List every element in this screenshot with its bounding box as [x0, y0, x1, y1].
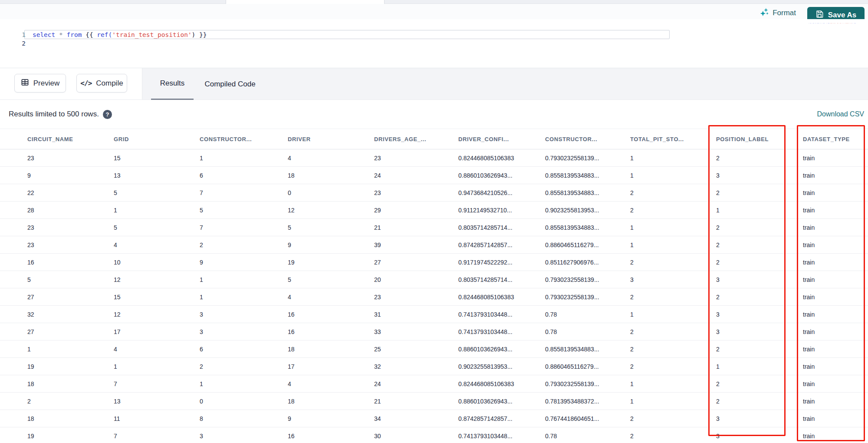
- table-cell: train: [803, 433, 868, 440]
- download-csv-link[interactable]: Download CSV: [817, 100, 865, 129]
- table-cell: 1: [200, 294, 288, 301]
- active-file-tab[interactable]: [226, 0, 385, 4]
- table-cell: 27: [27, 294, 114, 301]
- table-cell: 3: [200, 433, 288, 440]
- table-cell: 5: [288, 224, 374, 231]
- column-header-driver[interactable]: DRIVER: [288, 136, 374, 142]
- results-panel-bar: Preview </> Compile Results Compiled Cod…: [0, 68, 868, 100]
- preview-button[interactable]: Preview: [14, 74, 66, 93]
- table-cell: 0.8035714285714...: [458, 224, 545, 231]
- table-cell: 1: [630, 172, 716, 179]
- table-cell: 9: [288, 415, 374, 422]
- column-header-driver-confi[interactable]: DRIVER_CONFI...: [458, 136, 545, 142]
- table-cell: 2: [716, 380, 803, 387]
- minimap-string-segment: 'train_test_position': [830, 23, 852, 23]
- table-cell: 0: [200, 398, 288, 405]
- table-cell: train: [803, 259, 868, 266]
- results-table: CIRCUIT_NAME GRID CONSTRUCTOR... DRIVER …: [0, 129, 868, 443]
- table-cell: train: [803, 224, 868, 231]
- table-cell: 0.9112149532710...: [458, 207, 545, 214]
- table-cell: 2: [716, 224, 803, 231]
- table-cell: 0.8860103626943...: [458, 398, 545, 405]
- table-cell: 9: [27, 172, 114, 179]
- column-header-drivers-age[interactable]: DRIVERS_AGE_...: [374, 136, 458, 142]
- table-cell: 0.78: [545, 311, 630, 318]
- table-cell: 0.7930232558139...: [545, 294, 630, 301]
- table-row: 22570230.9473684210526...0.8558139534883…: [0, 184, 868, 202]
- table-cell: 32: [374, 363, 458, 370]
- tab-compiled-code[interactable]: Compiled Code: [199, 68, 261, 100]
- table-cell: 0.9473684210526...: [458, 189, 545, 196]
- tab-results[interactable]: Results: [151, 68, 194, 100]
- table-cell: 6: [200, 346, 288, 353]
- help-icon[interactable]: ?: [103, 110, 112, 119]
- table-cell: 19: [288, 259, 374, 266]
- code-line-2[interactable]: 2: [0, 30, 868, 39]
- column-header-dataset-type[interactable]: DATASET_TYPE: [803, 136, 868, 142]
- table-cell: 5: [200, 207, 288, 214]
- table-cell: 0.7413793103448...: [458, 433, 545, 440]
- minimap-code-segment-2: ) }}: [852, 23, 856, 23]
- table-cell: 1: [27, 346, 114, 353]
- column-header-position-label[interactable]: POSITION_LABEL: [716, 136, 803, 142]
- table-cell: 39: [374, 241, 458, 248]
- table-cell: train: [803, 346, 868, 353]
- column-header-circuit-name[interactable]: CIRCUIT_NAME: [27, 136, 114, 142]
- results-status-row: Results limited to 500 rows. ? Download …: [0, 100, 868, 129]
- code-line-1[interactable]: 1select * from {{ ref('train_test_positi…: [0, 22, 868, 30]
- editor-minimap[interactable]: select * from {{ ref('train_test_positio…: [804, 20, 864, 23]
- table-cell: 18: [288, 172, 374, 179]
- table-cell: 1: [630, 241, 716, 248]
- table-row: 271514230.8244680851063830.7930232558139…: [0, 288, 868, 306]
- table-cell: 4: [288, 155, 374, 162]
- table-cell: 0.7413793103448...: [458, 311, 545, 318]
- table-cell: 2: [27, 398, 114, 405]
- table-row: 281512290.9112149532710...0.902325581395…: [0, 202, 868, 219]
- table-cell: train: [803, 311, 868, 318]
- table-cell: 27: [374, 259, 458, 266]
- table-cell: 21: [374, 398, 458, 405]
- sql-code-editor[interactable]: 1select * from {{ ref('train_test_positi…: [0, 19, 868, 68]
- compile-button[interactable]: </> Compile: [76, 74, 127, 93]
- table-row: 181189340.8742857142857...0.767441860465…: [0, 410, 868, 427]
- table-cell: 0.7813953488372...: [545, 398, 630, 405]
- table-row: 1610919270.9171974522292...0.85116279069…: [0, 254, 868, 271]
- table-cell: 16: [27, 259, 114, 266]
- table-cell: 0.8860465116279...: [545, 241, 630, 248]
- table-cell: 1: [200, 155, 288, 162]
- column-header-total-pit-sto[interactable]: TOTAL_PIT_STO...: [630, 136, 716, 142]
- table-row: 23575210.8035714285714...0.8558139534883…: [0, 219, 868, 236]
- table-cell: 1: [200, 380, 288, 387]
- format-label: Format: [773, 9, 796, 17]
- table-row: 213018210.8860103626943...0.781395348837…: [0, 393, 868, 410]
- table-cell: 3: [716, 172, 803, 179]
- table-cell: 3: [630, 276, 716, 283]
- table-cell: 7: [114, 433, 200, 440]
- table-cell: 10: [114, 259, 200, 266]
- column-header-constructor[interactable]: CONSTRUCTOR...: [200, 136, 288, 142]
- table-cell: 0.8860465116279...: [545, 363, 630, 370]
- format-button[interactable]: Format: [760, 6, 796, 20]
- table-cell: 18: [288, 398, 374, 405]
- table-cell: 0.7674418604651...: [545, 415, 630, 422]
- table-cell: 2: [630, 328, 716, 335]
- table-cell: train: [803, 398, 868, 405]
- table-row: 231514230.8244680851063830.7930232558139…: [0, 149, 868, 167]
- table-cell: train: [803, 415, 868, 422]
- table-cell: 24: [374, 172, 458, 179]
- table-row: 23429390.8742857142857...0.8860465116279…: [0, 236, 868, 254]
- table-cell: 6: [200, 172, 288, 179]
- table-cell: 19: [27, 363, 114, 370]
- table-cell: 23: [27, 224, 114, 231]
- table-cell: 30: [374, 433, 458, 440]
- table-cell: 1: [630, 224, 716, 231]
- column-header-grid[interactable]: GRID: [114, 136, 200, 142]
- table-cell: 4: [114, 241, 200, 248]
- column-header-constructor-2[interactable]: CONSTRUCTOR...: [545, 136, 630, 142]
- table-cell: 0.8558139534883...: [545, 189, 630, 196]
- table-cell: 1: [630, 398, 716, 405]
- table-row: 14618250.8860103626943...0.8558139534883…: [0, 341, 868, 358]
- table-cell: 0.78: [545, 433, 630, 440]
- table-cell: 3: [200, 328, 288, 335]
- table-cell: 5: [114, 189, 200, 196]
